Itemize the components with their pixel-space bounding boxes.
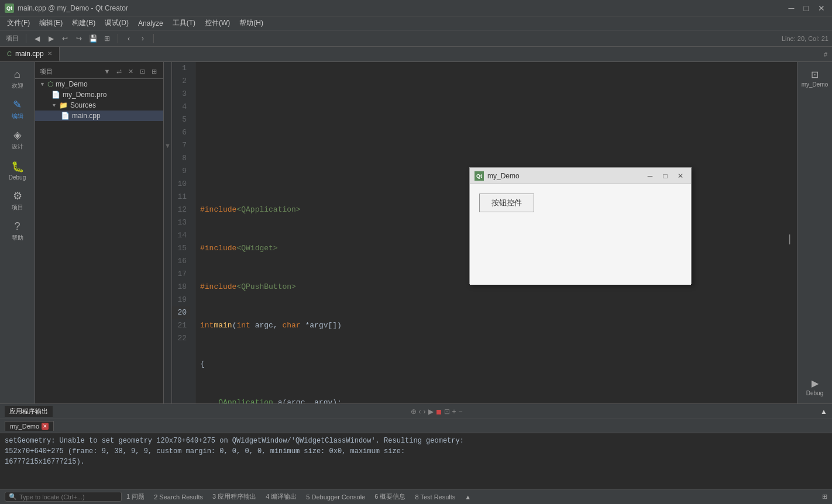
sidebar-item-project[interactable]: ⚙ 项目 — [3, 186, 32, 215]
toolbar-redo-btn[interactable]: ↪ — [73, 33, 85, 44]
toolbar-separator-2 — [118, 34, 118, 43]
demo-push-button[interactable]: 按钮控件 — [479, 194, 534, 212]
title-bar: Qt main.cpp @ my_Demo - Qt Creator ─ □ ✕ — [0, 0, 832, 16]
output-run-btn[interactable]: ▶ — [428, 408, 434, 416]
demo-win-controls[interactable]: ─ □ ✕ — [644, 170, 686, 182]
panel-sync-btn[interactable]: ⇌ — [114, 67, 123, 76]
status-expand-btn[interactable]: ⊞ — [822, 493, 827, 500]
toolbar-next-btn[interactable]: › — [137, 33, 149, 44]
status-problems[interactable]: 1 问题 — [126, 492, 145, 501]
output-tab-myapp[interactable]: my_Demo ✕ — [5, 421, 54, 431]
tree-root[interactable]: ▼ ⬡ my_Demo — [35, 79, 163, 89]
bottom-collapse-btn[interactable]: ▲ — [820, 408, 827, 416]
fold-21 — [164, 319, 171, 332]
toolbar-back-btn[interactable]: ◀ — [31, 33, 43, 44]
cpp-file-icon: C — [7, 50, 12, 57]
search-input[interactable] — [19, 493, 113, 500]
demo-app-icon: Qt — [475, 171, 484, 181]
menu-help[interactable]: 帮助(H) — [235, 17, 268, 29]
output-prev-btn[interactable]: ‹ — [419, 408, 421, 416]
welcome-label: 欢迎 — [12, 82, 23, 90]
status-compile-output[interactable]: 4 编译输出 — [266, 492, 297, 501]
panel-float-btn[interactable]: ⊡ — [137, 67, 147, 76]
sidebar-item-help[interactable]: ? 帮助 — [3, 216, 32, 246]
toolbar-undo-btn[interactable]: ↩ — [59, 33, 71, 44]
tab-main-cpp[interactable]: C main.cpp ✕ — [0, 47, 60, 61]
output-open-btn[interactable]: ⊡ — [444, 408, 450, 416]
toolbar-forward-btn[interactable]: ▶ — [45, 33, 57, 44]
status-arrow-up[interactable]: ▲ — [465, 493, 471, 500]
line-col-info: Line: 20, Col: 21 — [782, 35, 828, 42]
maximize-button[interactable]: □ — [802, 4, 811, 13]
demo-minimize-btn[interactable]: ─ — [644, 170, 656, 182]
menu-controls[interactable]: 控件(W) — [200, 17, 235, 29]
ln-12: 12 — [172, 203, 190, 216]
code-editor[interactable]: ▼ 1 2 3 4 5 6 7 8 — [164, 62, 797, 403]
fold-1 — [164, 62, 171, 75]
panel-filter-btn[interactable]: ▼ — [102, 67, 112, 76]
output-remove-btn[interactable]: − — [459, 408, 463, 416]
app-icon: Qt — [5, 4, 14, 13]
output-tab-close[interactable]: ✕ — [42, 423, 49, 430]
tree-sources-folder[interactable]: ▼ 📁 Sources — [35, 100, 163, 111]
tab-close-btn[interactable]: ✕ — [47, 50, 52, 57]
edit-label: 编辑 — [12, 112, 23, 120]
status-test-results[interactable]: 8 Test Results — [415, 493, 455, 500]
sidebar-item-edit[interactable]: ✎ 编辑 — [3, 95, 32, 124]
search-box[interactable]: 🔍 — [5, 492, 122, 502]
sidebar-item-design[interactable]: ◈ 设计 — [3, 125, 32, 154]
demo-close-btn[interactable]: ✕ — [675, 170, 686, 182]
close-button[interactable]: ✕ — [816, 4, 827, 13]
debug-icon: 🐛 — [11, 160, 24, 173]
toolbar-separator — [26, 34, 26, 43]
tree-pro-file[interactable]: 📄 my_Demo.pro — [35, 89, 163, 100]
status-app-output[interactable]: 3 应用程序输出 — [212, 492, 256, 501]
code-line-1 — [200, 88, 792, 101]
right-panel-project-btn[interactable]: ⊡ my_Demo — [800, 67, 830, 90]
window-controls[interactable]: ─ □ ✕ — [786, 4, 827, 13]
status-debugger-console[interactable]: 5 Debugger Console — [306, 493, 365, 500]
fold-19 — [164, 294, 171, 306]
output-add-btn[interactable]: + — [452, 408, 456, 416]
toolbar-prev-btn[interactable]: ‹ — [123, 33, 135, 44]
demo-maximize-btn[interactable]: □ — [659, 170, 671, 182]
toolbar-save-all-btn[interactable]: ⊞ — [101, 33, 113, 44]
main-cpp-label: main.cpp — [72, 112, 101, 120]
menu-analyze[interactable]: Analyze — [133, 18, 168, 29]
output-line-2: 152x70+640+275 (frame: 9, 38, 9, 9, cust… — [5, 446, 827, 457]
right-panel-debug-btn[interactable]: ▶ Debug — [800, 375, 830, 399]
status-search-results[interactable]: 2 Search Results — [154, 493, 203, 500]
ln-16: 16 — [172, 255, 190, 268]
output-tab-app[interactable]: 应用程序输出 — [5, 406, 53, 417]
search-icon: 🔍 — [9, 493, 17, 500]
ln-4: 4 — [172, 101, 190, 113]
menu-file[interactable]: 文件(F) — [2, 17, 35, 29]
debug-btn-icon: ▶ — [812, 378, 819, 389]
menu-edit[interactable]: 编辑(E) — [35, 17, 67, 29]
minimize-button[interactable]: ─ — [786, 4, 797, 13]
fold-7[interactable]: ▼ — [164, 139, 171, 152]
panel-close-btn[interactable]: ✕ — [126, 67, 135, 76]
tree-main-cpp[interactable]: 📄 main.cpp — [35, 111, 163, 121]
sidebar-item-debug[interactable]: 🐛 Debug — [3, 156, 32, 185]
output-next-btn[interactable]: › — [424, 408, 426, 416]
toolbar-save-btn[interactable]: 💾 — [87, 33, 99, 44]
help-label: 帮助 — [12, 234, 23, 242]
sidebar-item-welcome[interactable]: ⌂ 欢迎 — [3, 64, 32, 94]
output-attach-btn[interactable]: ⊕ — [411, 408, 417, 416]
ln-18: 18 — [172, 281, 190, 294]
output-stop-btn[interactable]: ◼ — [436, 408, 442, 416]
sources-arrow: ▼ — [51, 102, 57, 108]
main-toolbar: 项目 ◀ ▶ ↩ ↪ 💾 ⊞ ‹ › Line: 20, Col: 21 — [0, 30, 832, 47]
menu-build[interactable]: 构建(B) — [67, 17, 100, 29]
edit-icon: ✎ — [13, 98, 22, 111]
menu-tools[interactable]: 工具(T) — [168, 17, 200, 29]
panel-expand-btn[interactable]: ⊞ — [149, 67, 159, 76]
menu-debug[interactable]: 调试(D) — [100, 17, 133, 29]
status-overview[interactable]: 6 概要信息 — [374, 492, 405, 501]
fold-5 — [164, 113, 171, 126]
fold-20 — [164, 306, 171, 319]
welcome-icon: ⌂ — [14, 68, 20, 81]
code-line-7: int main(int argc, char *argv[]) — [200, 319, 792, 332]
fold-16 — [164, 255, 171, 268]
